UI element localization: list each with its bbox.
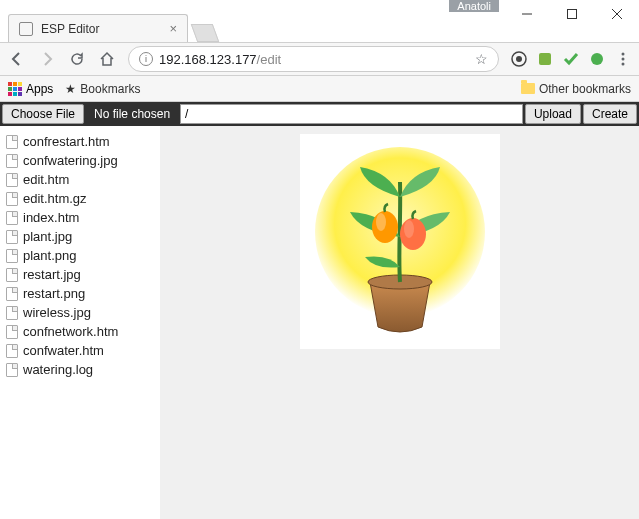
- file-item[interactable]: plant.png: [4, 246, 156, 265]
- file-name: plant.png: [23, 248, 77, 263]
- file-icon: [6, 135, 18, 149]
- file-icon: [6, 306, 18, 320]
- file-name: confrestart.htm: [23, 134, 110, 149]
- file-item[interactable]: restart.jpg: [4, 265, 156, 284]
- window-minimize-button[interactable]: [504, 0, 549, 28]
- file-icon: [6, 249, 18, 263]
- browser-toolbar: i 192.168.123.177/edit ☆: [0, 42, 639, 76]
- choose-file-button[interactable]: Choose File: [2, 104, 84, 124]
- file-icon: [6, 173, 18, 187]
- star-icon: ★: [65, 82, 76, 96]
- apps-shortcut[interactable]: Apps: [8, 82, 53, 96]
- file-name: restart.jpg: [23, 267, 81, 282]
- file-name: wireless.jpg: [23, 305, 91, 320]
- file-name: edit.htm.gz: [23, 191, 87, 206]
- file-icon: [6, 268, 18, 282]
- extension-icon-4[interactable]: [589, 51, 605, 67]
- other-bookmarks[interactable]: Other bookmarks: [521, 82, 631, 96]
- home-button[interactable]: [98, 50, 116, 68]
- file-item[interactable]: index.htm: [4, 208, 156, 227]
- address-bar[interactable]: i 192.168.123.177/edit ☆: [128, 46, 499, 72]
- tab-close-icon[interactable]: ×: [169, 21, 177, 36]
- url-text: 192.168.123.177/edit: [159, 52, 469, 67]
- file-icon: [6, 325, 18, 339]
- apps-icon: [8, 82, 22, 96]
- file-chosen-label: No file chosen: [86, 107, 178, 121]
- back-button[interactable]: [8, 50, 26, 68]
- file-name: edit.htm: [23, 172, 69, 187]
- tab-favicon: [19, 22, 33, 36]
- svg-point-10: [622, 63, 625, 66]
- extension-icon-2[interactable]: [537, 51, 553, 67]
- window-maximize-button[interactable]: [549, 0, 594, 28]
- file-item[interactable]: wireless.jpg: [4, 303, 156, 322]
- file-name: restart.png: [23, 286, 85, 301]
- file-name: watering.log: [23, 362, 93, 377]
- file-icon: [6, 363, 18, 377]
- bookmarks-bar: Apps ★ Bookmarks Other bookmarks: [0, 76, 639, 102]
- file-item[interactable]: confrestart.htm: [4, 132, 156, 151]
- user-badge[interactable]: Anatoli: [449, 0, 499, 12]
- path-input[interactable]: [180, 104, 523, 124]
- extension-icon-3[interactable]: [563, 51, 579, 67]
- tab-title: ESP Editor: [41, 22, 161, 36]
- svg-point-5: [516, 56, 522, 62]
- file-item[interactable]: confwatering.jpg: [4, 151, 156, 170]
- file-icon: [6, 211, 18, 225]
- file-tree[interactable]: confrestart.htmconfwatering.jpgedit.htme…: [0, 126, 160, 519]
- browser-tab[interactable]: ESP Editor ×: [8, 14, 188, 42]
- file-item[interactable]: confwater.htm: [4, 341, 156, 360]
- file-icon: [6, 287, 18, 301]
- folder-icon: [521, 83, 535, 94]
- bookmarks-label: Bookmarks: [80, 82, 140, 96]
- file-name: confnetwork.htm: [23, 324, 118, 339]
- svg-point-8: [622, 53, 625, 56]
- file-item[interactable]: edit.htm.gz: [4, 189, 156, 208]
- new-tab-button[interactable]: [191, 24, 220, 42]
- extension-icons: [511, 51, 631, 67]
- file-item[interactable]: plant.jpg: [4, 227, 156, 246]
- window-titlebar: Anatoli: [0, 0, 639, 12]
- svg-point-7: [591, 53, 603, 65]
- extension-icon-1[interactable]: [511, 51, 527, 67]
- bookmark-star-icon[interactable]: ☆: [475, 51, 488, 67]
- file-name: confwater.htm: [23, 343, 104, 358]
- file-icon: [6, 230, 18, 244]
- file-name: index.htm: [23, 210, 79, 225]
- file-name: plant.jpg: [23, 229, 72, 244]
- window-close-button[interactable]: [594, 0, 639, 28]
- editor-workspace: confrestart.htmconfwatering.jpgedit.htme…: [0, 126, 639, 519]
- file-name: confwatering.jpg: [23, 153, 118, 168]
- svg-rect-6: [539, 53, 551, 65]
- editor-toolbar: Choose File No file chosen Upload Create: [0, 102, 639, 126]
- file-item[interactable]: edit.htm: [4, 170, 156, 189]
- create-button[interactable]: Create: [583, 104, 637, 124]
- other-bookmarks-label: Other bookmarks: [539, 82, 631, 96]
- file-icon: [6, 192, 18, 206]
- file-item[interactable]: watering.log: [4, 360, 156, 379]
- svg-point-9: [622, 58, 625, 61]
- file-icon: [6, 344, 18, 358]
- site-info-icon[interactable]: i: [139, 52, 153, 66]
- reload-button[interactable]: [68, 50, 86, 68]
- bookmarks-folder[interactable]: ★ Bookmarks: [65, 82, 140, 96]
- forward-button[interactable]: [38, 50, 56, 68]
- file-icon: [6, 154, 18, 168]
- file-item[interactable]: restart.png: [4, 284, 156, 303]
- svg-point-16: [404, 220, 414, 238]
- apps-label: Apps: [26, 82, 53, 96]
- file-item[interactable]: confnetwork.htm: [4, 322, 156, 341]
- preview-pane: [160, 126, 639, 519]
- chrome-menu-icon[interactable]: [615, 51, 631, 67]
- svg-rect-1: [567, 10, 576, 19]
- upload-button[interactable]: Upload: [525, 104, 581, 124]
- svg-point-14: [376, 213, 386, 231]
- preview-image: [300, 134, 500, 349]
